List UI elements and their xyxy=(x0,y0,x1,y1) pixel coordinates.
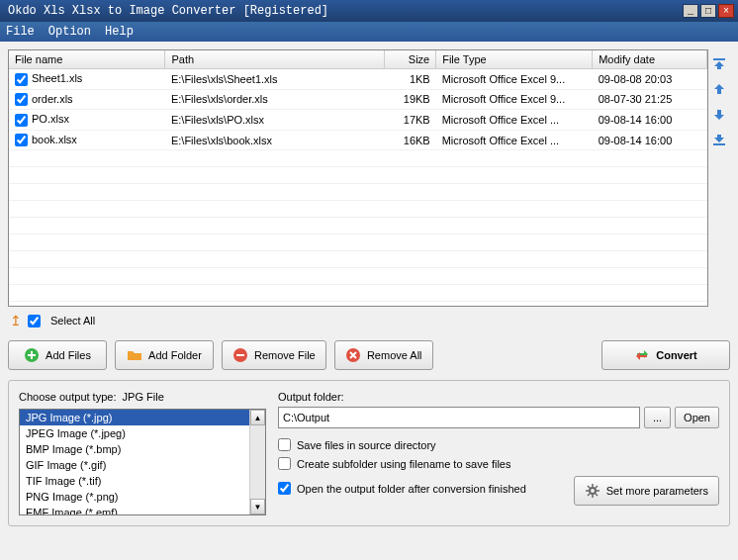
open-after-checkbox[interactable] xyxy=(278,482,291,495)
menu-file[interactable]: File xyxy=(6,25,35,39)
window-title: Okdo Xls Xlsx to Image Converter [Regist… xyxy=(4,4,681,18)
select-all-checkbox[interactable] xyxy=(28,315,41,327)
convert-button[interactable]: Convert xyxy=(601,340,730,370)
move-up-icon[interactable] xyxy=(711,81,727,97)
add-files-button[interactable]: Add Files xyxy=(8,340,107,370)
col-header-path[interactable]: Path xyxy=(165,50,384,69)
save-in-source-label: Save files in source directory xyxy=(297,439,436,451)
output-type-listbox[interactable]: JPG Image (*.jpg)JPEG Image (*.jpeg)BMP … xyxy=(20,410,249,514)
list-item[interactable]: PNG Image (*.png) xyxy=(20,489,249,505)
browse-button[interactable]: ... xyxy=(644,407,671,428)
menu-bar: File Option Help xyxy=(0,22,738,42)
x-icon xyxy=(345,347,361,363)
menu-option[interactable]: Option xyxy=(48,25,91,39)
open-folder-button[interactable]: Open xyxy=(675,407,719,428)
svg-point-3 xyxy=(590,488,596,494)
create-subfolder-label: Create subfolder using filename to save … xyxy=(297,458,510,470)
list-item[interactable]: BMP Image (*.bmp) xyxy=(20,441,249,457)
list-item[interactable]: TIF Image (*.tif) xyxy=(20,473,249,489)
up-arrow-icon: ↥ xyxy=(10,313,22,328)
table-row[interactable]: PO.xlsxE:\Files\xls\PO.xlsx17KBMicrosoft… xyxy=(9,110,707,131)
menu-help[interactable]: Help xyxy=(105,25,134,39)
output-type-label: Choose output type: JPG File xyxy=(19,391,266,403)
list-item[interactable]: GIF Image (*.gif) xyxy=(20,457,249,473)
table-row[interactable]: order.xlsE:\Files\xls\order.xls19KBMicro… xyxy=(9,89,707,110)
col-header-type[interactable]: File Type xyxy=(436,50,593,69)
output-folder-label: Output folder: xyxy=(278,391,719,403)
col-header-size[interactable]: Size xyxy=(384,50,436,69)
col-header-name[interactable]: File name xyxy=(9,50,165,69)
gear-icon xyxy=(585,483,600,499)
col-header-date[interactable]: Modify date xyxy=(593,50,707,69)
create-subfolder-checkbox[interactable] xyxy=(278,457,291,470)
set-parameters-button[interactable]: Set more parameters xyxy=(574,476,719,506)
listbox-scrollbar[interactable]: ▲ ▼ xyxy=(249,410,265,514)
remove-all-button[interactable]: Remove All xyxy=(334,340,433,370)
scroll-up-icon[interactable]: ▲ xyxy=(250,410,265,425)
move-bottom-icon[interactable] xyxy=(711,133,727,148)
table-row[interactable]: book.xlsxE:\Files\xls\book.xlsx16KBMicro… xyxy=(9,130,707,150)
row-checkbox[interactable] xyxy=(15,93,28,106)
row-checkbox[interactable] xyxy=(15,73,28,86)
output-folder-input[interactable] xyxy=(278,407,640,428)
remove-file-button[interactable]: Remove File xyxy=(222,340,326,370)
reorder-buttons xyxy=(708,49,730,307)
title-bar: Okdo Xls Xlsx to Image Converter [Regist… xyxy=(0,0,738,22)
close-button[interactable]: × xyxy=(718,4,734,18)
list-item[interactable]: JPG Image (*.jpg) xyxy=(20,410,249,425)
convert-icon xyxy=(634,347,650,363)
file-list[interactable]: File name Path Size File Type Modify dat… xyxy=(8,49,708,307)
maximize-button[interactable]: □ xyxy=(700,4,716,18)
minus-icon xyxy=(232,347,248,363)
list-item[interactable]: JPEG Image (*.jpeg) xyxy=(20,425,249,441)
row-checkbox[interactable] xyxy=(15,114,28,127)
plus-icon xyxy=(24,347,40,363)
table-row[interactable]: Sheet1.xlsE:\Files\xls\Sheet1.xls1KBMicr… xyxy=(9,69,707,90)
row-checkbox[interactable] xyxy=(15,134,28,146)
scroll-down-icon[interactable]: ▼ xyxy=(250,499,265,514)
move-top-icon[interactable] xyxy=(711,55,727,71)
select-all-label: Select All xyxy=(50,315,95,327)
list-item[interactable]: EMF Image (*.emf) xyxy=(20,505,249,514)
folder-icon xyxy=(127,347,142,363)
save-in-source-checkbox[interactable] xyxy=(278,438,291,451)
minimize-button[interactable]: _ xyxy=(683,4,698,18)
add-folder-button[interactable]: Add Folder xyxy=(115,340,214,370)
open-after-label: Open the output folder after conversion … xyxy=(297,483,526,495)
move-down-icon[interactable] xyxy=(711,107,727,123)
